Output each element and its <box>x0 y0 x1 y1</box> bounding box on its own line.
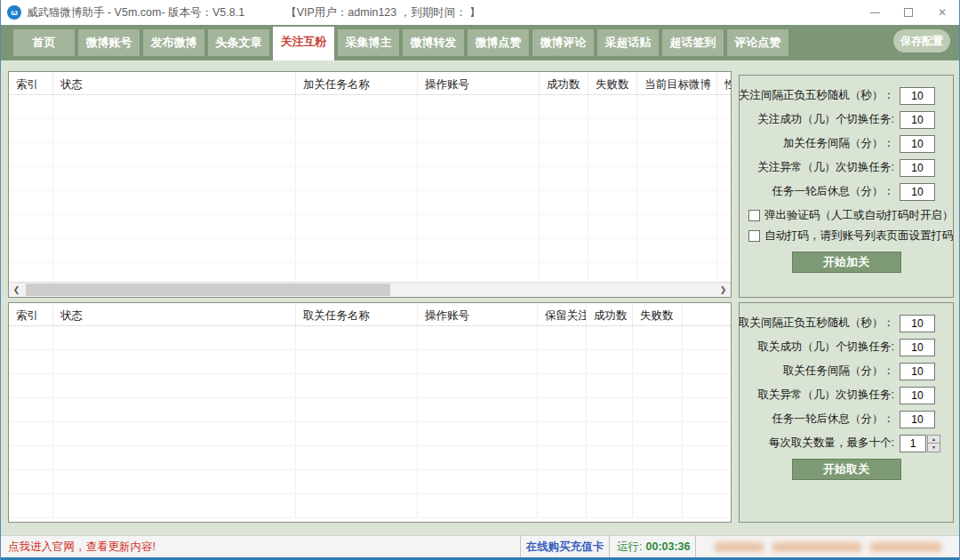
start-follow-button[interactable]: 开始加关 <box>792 252 901 273</box>
setting-row: 任务一轮后休息（分）： ▲ ▼ <box>740 180 953 204</box>
column-header[interactable]: 操作账号 <box>418 303 538 325</box>
tab[interactable]: 微博点赞 <box>468 29 529 56</box>
table-cell <box>296 119 418 142</box>
table-cell <box>683 494 732 517</box>
table-cell <box>418 95 540 118</box>
table-cell <box>9 470 53 493</box>
table-cell <box>637 167 717 190</box>
table-cell <box>9 350 53 373</box>
tab[interactable]: 微博转发 <box>403 29 464 56</box>
table-cell <box>418 422 538 445</box>
tab[interactable]: 超话签到 <box>662 29 724 56</box>
column-header[interactable]: 当前目标微博 <box>637 72 717 94</box>
column-header[interactable]: 索引 <box>9 303 53 325</box>
table-cell <box>587 350 633 373</box>
column-header[interactable]: 成功数 <box>540 72 588 94</box>
column-header[interactable]: 取关任务名称 <box>296 303 418 325</box>
table-cell <box>296 350 418 373</box>
maximize-button[interactable] <box>892 0 925 25</box>
tab[interactable]: 头条文章 <box>208 29 269 56</box>
setting-label: 任务一轮后休息（分）： <box>772 184 895 199</box>
table-cell <box>9 494 53 517</box>
table-cell <box>637 143 717 166</box>
checkbox[interactable] <box>748 230 760 242</box>
column-header[interactable]: 成功数 <box>587 303 633 325</box>
scroll-right-icon[interactable]: ❯ <box>716 283 731 297</box>
app-logo-icon: ω <box>7 5 21 20</box>
tab[interactable]: 关注互粉 <box>273 27 334 60</box>
setting-input[interactable] <box>900 87 935 105</box>
app-window: ω 威武猫微博助手 - V5m.com- 版本号：V5.8.1 【VIP用户：a… <box>0 0 960 560</box>
column-header[interactable]: 性别 <box>717 72 732 94</box>
setting-input[interactable] <box>900 183 935 201</box>
column-header[interactable]: 状态 <box>53 72 296 94</box>
table-cell <box>633 422 683 445</box>
setting-row: 关注间隔正负五秒随机（秒）： ▲ ▼ <box>740 84 953 108</box>
checkbox[interactable] <box>748 210 760 221</box>
table-cell <box>538 374 587 397</box>
setting-input[interactable] <box>900 111 935 129</box>
column-header[interactable]: 操作账号 <box>418 72 540 94</box>
scrollbar-thumb[interactable] <box>26 284 390 296</box>
setting-input[interactable] <box>900 411 935 428</box>
table-cell <box>296 239 418 262</box>
setting-input[interactable] <box>900 387 935 404</box>
tab[interactable]: 采超话贴 <box>597 29 659 56</box>
setting-input[interactable] <box>900 159 935 177</box>
column-header[interactable]: 状态 <box>53 303 296 325</box>
table-cell <box>53 215 296 238</box>
column-header[interactable]: 保留关注 <box>538 303 587 325</box>
tab[interactable]: 微博账号 <box>78 29 140 56</box>
scrollbar-track[interactable] <box>24 283 716 297</box>
spinner-up-icon[interactable]: ▲ <box>927 435 940 444</box>
setting-row: 加关任务间隔（分）： ▲ ▼ <box>740 132 953 156</box>
tab[interactable]: 微博评论 <box>532 29 594 56</box>
column-header[interactable]: 失败数 <box>588 72 637 94</box>
checkbox-label: 弹出验证码（人工或自动打码时开启） <box>764 208 954 223</box>
tab[interactable]: 评论点赞 <box>727 29 788 56</box>
table-cell <box>683 398 732 421</box>
close-button[interactable]: ✕ <box>925 0 959 25</box>
setting-input[interactable] <box>900 363 935 380</box>
table-cell <box>538 422 587 445</box>
minimize-button[interactable] <box>858 0 892 25</box>
buy-card-link[interactable]: 在线购买充值卡 <box>521 536 610 557</box>
table-cell <box>633 350 683 373</box>
follow-settings-panel: 关注间隔正负五秒随机（秒）： ▲ ▼ 关注成功（几）个切换任务: ▲ ▼ <box>739 75 954 298</box>
table-cell <box>418 446 538 469</box>
runtime-value: 00:03:36 <box>645 540 690 553</box>
setting-input[interactable] <box>900 435 926 452</box>
table-cell <box>683 446 732 469</box>
table-cell <box>9 143 53 166</box>
start-unfollow-button[interactable]: 开始取关 <box>792 459 901 480</box>
official-site-link[interactable]: 点我进入官网，查看更新内容! <box>1 536 521 557</box>
tab[interactable]: 采集博主 <box>338 29 399 56</box>
redacted-block <box>870 542 941 552</box>
setting-input[interactable] <box>900 315 935 332</box>
column-header[interactable] <box>683 303 732 325</box>
table-cell <box>9 446 53 469</box>
save-config-button[interactable]: 保存配置 <box>893 29 950 52</box>
column-header[interactable]: 失败数 <box>633 303 683 325</box>
column-header[interactable]: 加关任务名称 <box>296 72 418 94</box>
table-cell <box>588 239 637 262</box>
checkbox-row[interactable]: 弹出验证码（人工或自动打码时开启） <box>740 205 953 226</box>
tab-bar: 首页微博账号发布微博头条文章关注互粉采集博主微博转发微博点赞微博评论采超话贴超话… <box>1 25 959 60</box>
setting-row: 关注成功（几）个切换任务: ▲ ▼ <box>740 108 953 132</box>
table-cell <box>540 239 588 262</box>
table-cell <box>296 374 418 397</box>
tab[interactable]: 发布微博 <box>143 29 204 56</box>
table-cell <box>418 470 538 493</box>
number-spinner[interactable]: ▲ ▼ <box>927 435 940 452</box>
table-cell <box>538 470 587 493</box>
horizontal-scrollbar[interactable]: ❮ ❯ <box>9 282 731 297</box>
column-header[interactable]: 索引 <box>9 72 53 94</box>
checkbox-row[interactable]: 自动打码，请到账号列表页面设置打码 <box>740 226 953 246</box>
spinner-down-icon[interactable]: ▼ <box>927 443 940 452</box>
setting-input[interactable] <box>900 339 935 356</box>
tab[interactable]: 首页 <box>13 29 75 56</box>
setting-input[interactable] <box>900 135 935 153</box>
scroll-left-icon[interactable]: ❮ <box>9 283 24 297</box>
table-row <box>9 239 731 263</box>
table-cell <box>588 95 637 118</box>
